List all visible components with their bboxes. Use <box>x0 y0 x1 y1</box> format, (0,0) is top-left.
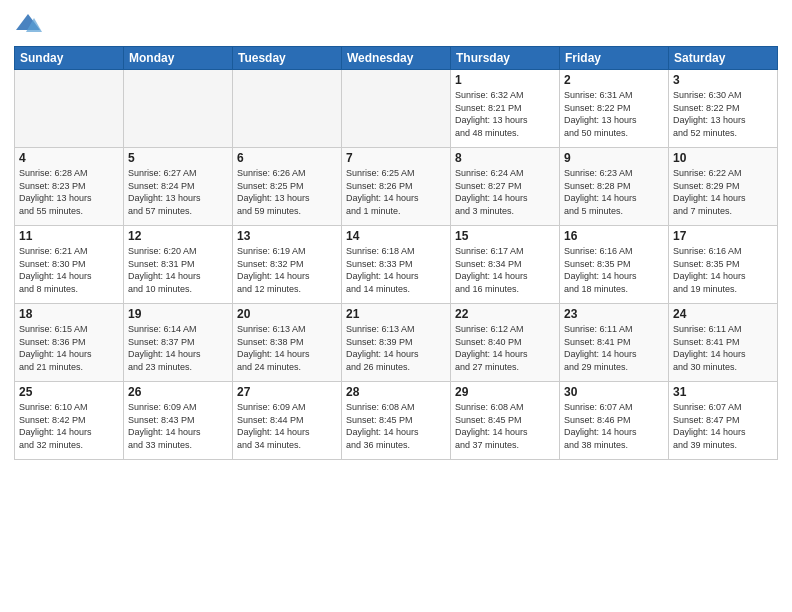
day-number: 25 <box>19 385 119 399</box>
day-number: 18 <box>19 307 119 321</box>
day-info: Sunrise: 6:07 AM Sunset: 8:46 PM Dayligh… <box>564 401 664 451</box>
calendar-week-3: 11Sunrise: 6:21 AM Sunset: 8:30 PM Dayli… <box>15 226 778 304</box>
calendar-header-wednesday: Wednesday <box>342 47 451 70</box>
calendar-cell: 11Sunrise: 6:21 AM Sunset: 8:30 PM Dayli… <box>15 226 124 304</box>
day-number: 11 <box>19 229 119 243</box>
day-info: Sunrise: 6:13 AM Sunset: 8:39 PM Dayligh… <box>346 323 446 373</box>
day-number: 15 <box>455 229 555 243</box>
calendar-header-sunday: Sunday <box>15 47 124 70</box>
day-number: 28 <box>346 385 446 399</box>
calendar-cell: 14Sunrise: 6:18 AM Sunset: 8:33 PM Dayli… <box>342 226 451 304</box>
day-number: 1 <box>455 73 555 87</box>
day-info: Sunrise: 6:14 AM Sunset: 8:37 PM Dayligh… <box>128 323 228 373</box>
calendar-week-1: 1Sunrise: 6:32 AM Sunset: 8:21 PM Daylig… <box>15 70 778 148</box>
calendar-cell: 30Sunrise: 6:07 AM Sunset: 8:46 PM Dayli… <box>560 382 669 460</box>
calendar-cell: 13Sunrise: 6:19 AM Sunset: 8:32 PM Dayli… <box>233 226 342 304</box>
calendar-cell <box>342 70 451 148</box>
day-info: Sunrise: 6:16 AM Sunset: 8:35 PM Dayligh… <box>673 245 773 295</box>
calendar-cell: 15Sunrise: 6:17 AM Sunset: 8:34 PM Dayli… <box>451 226 560 304</box>
calendar-cell: 2Sunrise: 6:31 AM Sunset: 8:22 PM Daylig… <box>560 70 669 148</box>
calendar-cell: 10Sunrise: 6:22 AM Sunset: 8:29 PM Dayli… <box>669 148 778 226</box>
day-info: Sunrise: 6:24 AM Sunset: 8:27 PM Dayligh… <box>455 167 555 217</box>
logo <box>14 10 44 38</box>
page: SundayMondayTuesdayWednesdayThursdayFrid… <box>0 0 792 612</box>
calendar-cell: 25Sunrise: 6:10 AM Sunset: 8:42 PM Dayli… <box>15 382 124 460</box>
day-info: Sunrise: 6:12 AM Sunset: 8:40 PM Dayligh… <box>455 323 555 373</box>
calendar: SundayMondayTuesdayWednesdayThursdayFrid… <box>14 46 778 460</box>
day-info: Sunrise: 6:31 AM Sunset: 8:22 PM Dayligh… <box>564 89 664 139</box>
calendar-cell: 27Sunrise: 6:09 AM Sunset: 8:44 PM Dayli… <box>233 382 342 460</box>
calendar-cell: 9Sunrise: 6:23 AM Sunset: 8:28 PM Daylig… <box>560 148 669 226</box>
calendar-header-tuesday: Tuesday <box>233 47 342 70</box>
day-info: Sunrise: 6:13 AM Sunset: 8:38 PM Dayligh… <box>237 323 337 373</box>
calendar-cell: 19Sunrise: 6:14 AM Sunset: 8:37 PM Dayli… <box>124 304 233 382</box>
calendar-week-5: 25Sunrise: 6:10 AM Sunset: 8:42 PM Dayli… <box>15 382 778 460</box>
day-number: 6 <box>237 151 337 165</box>
day-number: 2 <box>564 73 664 87</box>
day-number: 17 <box>673 229 773 243</box>
calendar-cell: 26Sunrise: 6:09 AM Sunset: 8:43 PM Dayli… <box>124 382 233 460</box>
calendar-cell: 16Sunrise: 6:16 AM Sunset: 8:35 PM Dayli… <box>560 226 669 304</box>
day-info: Sunrise: 6:27 AM Sunset: 8:24 PM Dayligh… <box>128 167 228 217</box>
day-info: Sunrise: 6:16 AM Sunset: 8:35 PM Dayligh… <box>564 245 664 295</box>
day-number: 21 <box>346 307 446 321</box>
day-info: Sunrise: 6:08 AM Sunset: 8:45 PM Dayligh… <box>455 401 555 451</box>
calendar-cell: 22Sunrise: 6:12 AM Sunset: 8:40 PM Dayli… <box>451 304 560 382</box>
calendar-cell: 1Sunrise: 6:32 AM Sunset: 8:21 PM Daylig… <box>451 70 560 148</box>
calendar-cell: 24Sunrise: 6:11 AM Sunset: 8:41 PM Dayli… <box>669 304 778 382</box>
day-info: Sunrise: 6:17 AM Sunset: 8:34 PM Dayligh… <box>455 245 555 295</box>
day-info: Sunrise: 6:22 AM Sunset: 8:29 PM Dayligh… <box>673 167 773 217</box>
day-number: 29 <box>455 385 555 399</box>
day-number: 3 <box>673 73 773 87</box>
calendar-cell: 21Sunrise: 6:13 AM Sunset: 8:39 PM Dayli… <box>342 304 451 382</box>
day-info: Sunrise: 6:20 AM Sunset: 8:31 PM Dayligh… <box>128 245 228 295</box>
day-number: 27 <box>237 385 337 399</box>
calendar-cell: 3Sunrise: 6:30 AM Sunset: 8:22 PM Daylig… <box>669 70 778 148</box>
day-info: Sunrise: 6:25 AM Sunset: 8:26 PM Dayligh… <box>346 167 446 217</box>
calendar-header-friday: Friday <box>560 47 669 70</box>
calendar-cell: 5Sunrise: 6:27 AM Sunset: 8:24 PM Daylig… <box>124 148 233 226</box>
calendar-cell: 4Sunrise: 6:28 AM Sunset: 8:23 PM Daylig… <box>15 148 124 226</box>
header <box>14 10 778 38</box>
calendar-cell <box>15 70 124 148</box>
day-info: Sunrise: 6:19 AM Sunset: 8:32 PM Dayligh… <box>237 245 337 295</box>
calendar-cell: 31Sunrise: 6:07 AM Sunset: 8:47 PM Dayli… <box>669 382 778 460</box>
day-number: 13 <box>237 229 337 243</box>
day-number: 30 <box>564 385 664 399</box>
day-info: Sunrise: 6:07 AM Sunset: 8:47 PM Dayligh… <box>673 401 773 451</box>
calendar-cell: 6Sunrise: 6:26 AM Sunset: 8:25 PM Daylig… <box>233 148 342 226</box>
day-number: 5 <box>128 151 228 165</box>
day-number: 24 <box>673 307 773 321</box>
day-number: 19 <box>128 307 228 321</box>
calendar-cell: 28Sunrise: 6:08 AM Sunset: 8:45 PM Dayli… <box>342 382 451 460</box>
calendar-header-row: SundayMondayTuesdayWednesdayThursdayFrid… <box>15 47 778 70</box>
day-info: Sunrise: 6:32 AM Sunset: 8:21 PM Dayligh… <box>455 89 555 139</box>
calendar-cell: 17Sunrise: 6:16 AM Sunset: 8:35 PM Dayli… <box>669 226 778 304</box>
day-number: 10 <box>673 151 773 165</box>
calendar-header-monday: Monday <box>124 47 233 70</box>
day-number: 22 <box>455 307 555 321</box>
day-info: Sunrise: 6:08 AM Sunset: 8:45 PM Dayligh… <box>346 401 446 451</box>
day-number: 4 <box>19 151 119 165</box>
calendar-cell: 8Sunrise: 6:24 AM Sunset: 8:27 PM Daylig… <box>451 148 560 226</box>
calendar-cell <box>124 70 233 148</box>
calendar-cell <box>233 70 342 148</box>
day-info: Sunrise: 6:18 AM Sunset: 8:33 PM Dayligh… <box>346 245 446 295</box>
day-info: Sunrise: 6:30 AM Sunset: 8:22 PM Dayligh… <box>673 89 773 139</box>
calendar-cell: 23Sunrise: 6:11 AM Sunset: 8:41 PM Dayli… <box>560 304 669 382</box>
day-info: Sunrise: 6:21 AM Sunset: 8:30 PM Dayligh… <box>19 245 119 295</box>
day-number: 9 <box>564 151 664 165</box>
calendar-header-thursday: Thursday <box>451 47 560 70</box>
day-info: Sunrise: 6:09 AM Sunset: 8:43 PM Dayligh… <box>128 401 228 451</box>
calendar-cell: 18Sunrise: 6:15 AM Sunset: 8:36 PM Dayli… <box>15 304 124 382</box>
day-info: Sunrise: 6:09 AM Sunset: 8:44 PM Dayligh… <box>237 401 337 451</box>
calendar-week-4: 18Sunrise: 6:15 AM Sunset: 8:36 PM Dayli… <box>15 304 778 382</box>
day-number: 23 <box>564 307 664 321</box>
calendar-header-saturday: Saturday <box>669 47 778 70</box>
calendar-cell: 20Sunrise: 6:13 AM Sunset: 8:38 PM Dayli… <box>233 304 342 382</box>
calendar-cell: 29Sunrise: 6:08 AM Sunset: 8:45 PM Dayli… <box>451 382 560 460</box>
day-number: 31 <box>673 385 773 399</box>
day-info: Sunrise: 6:11 AM Sunset: 8:41 PM Dayligh… <box>673 323 773 373</box>
day-number: 20 <box>237 307 337 321</box>
day-info: Sunrise: 6:23 AM Sunset: 8:28 PM Dayligh… <box>564 167 664 217</box>
